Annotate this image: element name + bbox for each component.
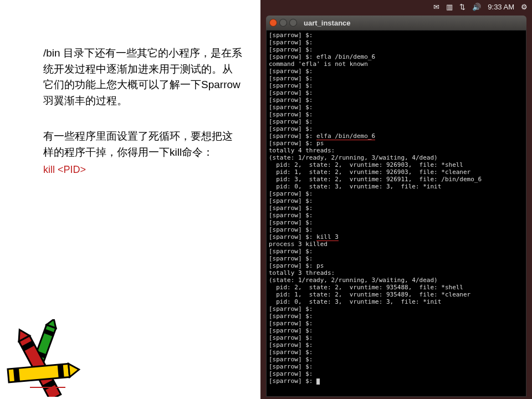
desktop-screenshot: ✉ ▥ ⇅ 🔊 9:33 AM ⚙ uart_instance [sparrow… xyxy=(260,0,532,399)
terminal-line: [sparrow] $: xyxy=(269,363,524,370)
terminal-output[interactable]: [sparrow] $:[sparrow] $:[sparrow] $:[spa… xyxy=(266,30,526,397)
terminal-line: process 3 killed xyxy=(269,241,524,248)
terminal-cursor xyxy=(316,378,320,385)
svg-rect-10 xyxy=(13,368,20,382)
kill-command-example: kill <PID> xyxy=(43,162,243,177)
terminal-line: pid: 3, state: 2, vruntime: 926911, file… xyxy=(269,176,524,183)
terminal-line: [sparrow] $: xyxy=(269,89,524,96)
terminal-line: [sparrow] $: xyxy=(269,334,524,341)
terminal-line: totally 4 threads: xyxy=(269,147,524,154)
clock[interactable]: 9:33 AM xyxy=(488,3,514,11)
terminal-line: [sparrow] $: xyxy=(269,82,524,89)
svg-rect-11 xyxy=(58,364,64,378)
window-title: uart_instance xyxy=(304,19,351,27)
terminal-line: [sparrow] $: xyxy=(269,39,524,46)
terminal-line: [sparrow] $: xyxy=(269,68,524,75)
terminal-line: [sparrow] $: xyxy=(269,313,524,320)
terminal-line: [sparrow] $: xyxy=(269,320,524,327)
terminal-line: [sparrow] $: xyxy=(269,327,524,334)
slide-body: /bin 目录下还有一些其它的小程序，是在系统开发过程中逐渐加进来用于测试的。从… xyxy=(43,45,243,177)
terminal-line: [sparrow] $: efla /bin/demo_6 xyxy=(269,53,524,60)
close-icon[interactable] xyxy=(269,19,277,27)
terminal-line: (state: 1/ready, 2/running, 3/waiting, 4… xyxy=(269,277,524,284)
terminal-line: [sparrow] $: xyxy=(269,356,524,363)
terminal-line: pid: 2, state: 2, vruntime: 935488, file… xyxy=(269,284,524,291)
terminal-line: pid: 0, state: 3, vruntime: 3, file: *in… xyxy=(269,298,524,305)
terminal-line: [sparrow] $: ps xyxy=(269,140,524,147)
mail-icon[interactable]: ✉ xyxy=(433,3,439,11)
terminal-line: [sparrow] $: xyxy=(269,226,524,233)
paragraph-1: /bin 目录下还有一些其它的小程序，是在系统开发过程中逐渐加进来用于测试的。从… xyxy=(43,45,243,109)
terminal-line: pid: 1, state: 2, vruntime: 935489, file… xyxy=(269,291,524,298)
terminal-line: [sparrow] $: ps xyxy=(269,262,524,269)
system-menubar: ✉ ▥ ⇅ 🔊 9:33 AM ⚙ xyxy=(429,0,532,13)
terminal-line: [sparrow] $: xyxy=(269,118,524,125)
terminal-line: [sparrow] $: xyxy=(269,104,524,111)
terminal-line: [sparrow] $: xyxy=(269,197,524,204)
battery-icon[interactable]: ▥ xyxy=(446,3,453,11)
terminal-line: [sparrow] $: xyxy=(269,341,524,349)
minimize-icon[interactable] xyxy=(279,19,287,27)
terminal-line: pid: 0, state: 3, vruntime: 3, file: *in… xyxy=(269,183,524,190)
terminal-line: pid: 1, state: 2, vruntime: 926903, file… xyxy=(269,168,524,176)
terminal-line: [sparrow] $: xyxy=(269,204,524,212)
crayons-illustration xyxy=(2,319,119,397)
paragraph-2: 有一些程序里面设置了死循环，要想把这样的程序干掉，你得用一下kill命令： xyxy=(43,129,243,160)
terminal-line: [sparrow] $: xyxy=(269,370,524,377)
network-icon[interactable]: ⇅ xyxy=(459,3,466,11)
terminal-line: [sparrow] $: xyxy=(269,190,524,197)
terminal-line: [sparrow] $: xyxy=(269,255,524,262)
terminal-line: [sparrow] $: xyxy=(269,349,524,356)
terminal-line: pid: 2, state: 2, vruntime: 926903, file… xyxy=(269,161,524,168)
terminal-line: totally 3 threads: xyxy=(269,269,524,277)
terminal-line: [sparrow] $: kill 3 xyxy=(269,233,524,241)
terminal-line: [sparrow] $: xyxy=(269,212,524,219)
terminal-line: [sparrow] $: xyxy=(269,111,524,118)
terminal-line: [sparrow] $: xyxy=(269,96,524,104)
window-titlebar: uart_instance xyxy=(266,16,526,30)
terminal-line: (state: 1/ready, 2/running, 3/waiting, 4… xyxy=(269,154,524,161)
svg-marker-9 xyxy=(69,363,80,377)
volume-icon[interactable]: 🔊 xyxy=(472,3,481,11)
terminal-line: [sparrow] $: xyxy=(269,305,524,313)
terminal-line: [sparrow] $: xyxy=(269,219,524,226)
terminal-line: [sparrow] $: xyxy=(269,248,524,255)
gear-icon[interactable]: ⚙ xyxy=(521,3,528,11)
terminal-line: [sparrow] $: xyxy=(269,377,524,385)
terminal-line: [sparrow] $: xyxy=(269,125,524,132)
terminal-line: [sparrow] $: xyxy=(269,32,524,39)
terminal-line: command 'efla' is not known xyxy=(269,60,524,68)
maximize-icon[interactable] xyxy=(289,19,297,27)
terminal-line: [sparrow] $: elfa /bin/demo_6 xyxy=(269,132,524,140)
terminal-line: [sparrow] $: xyxy=(269,46,524,53)
terminal-line: [sparrow] $: xyxy=(269,75,524,82)
